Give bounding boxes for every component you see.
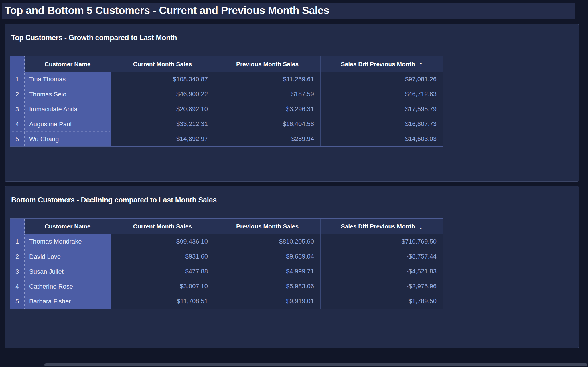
row-number-header-stub (10, 219, 25, 234)
customer-name-cell: Barbara Fisher (25, 294, 111, 309)
previous-month-sales-cell: $3,296.31 (214, 102, 321, 117)
row-number-cell: 2 (10, 87, 25, 102)
sales-diff-cell: $17,595.79 (321, 102, 443, 117)
customer-name-cell: Immaculate Anita (25, 102, 111, 117)
sales-diff-cell: -$710,769.50 (321, 234, 443, 249)
current-month-sales-cell: $477.88 (111, 264, 214, 279)
row-number-header-stub (10, 56, 25, 72)
sales-diff-cell: $1,789.50 (321, 294, 443, 309)
row-number-cell: 5 (10, 294, 25, 309)
table-row: 3 Susan Juliet $477.88 $4,999.71 -$4,521… (10, 264, 443, 279)
sort-descending-icon[interactable]: ↓ (419, 223, 423, 230)
column-header-sales-diff-previous-month[interactable]: Sales Diff Previous Month ↑ (321, 56, 443, 72)
customer-name-cell: Thomas Mondrake (25, 234, 111, 249)
row-number-cell: 5 (10, 131, 25, 146)
current-month-sales-cell: $14,892.97 (111, 131, 214, 146)
horizontal-scrollbar-thumb[interactable] (44, 363, 587, 366)
top-customers-table: Customer Name Current Month Sales Previo… (10, 56, 443, 147)
previous-month-sales-cell: $16,404.58 (214, 117, 321, 131)
customer-name-cell: Augustine Paul (25, 117, 111, 131)
column-header-label: Previous Month Sales (236, 61, 299, 68)
column-header-label: Previous Month Sales (236, 223, 299, 230)
previous-month-sales-cell: $289.94 (214, 131, 321, 146)
row-number-cell: 1 (10, 72, 25, 87)
customer-name-cell: Catherine Rose (25, 279, 111, 294)
column-header-label: Current Month Sales (133, 223, 192, 230)
table-body: 1 Tina Thomas $108,340.87 $11,259.61 $97… (10, 72, 443, 146)
column-header-label: Customer Name (44, 61, 90, 68)
column-header-previous-month-sales[interactable]: Previous Month Sales (214, 219, 321, 234)
sales-diff-cell: $46,712.63 (321, 87, 443, 102)
previous-month-sales-cell: $4,999.71 (214, 264, 321, 279)
row-number-cell: 1 (10, 234, 25, 249)
section-title-bottom-customers: Bottom Customers - Declining compared to… (11, 196, 217, 204)
column-header-customer-name[interactable]: Customer Name (25, 56, 111, 72)
column-header-sales-diff-previous-month[interactable]: Sales Diff Previous Month ↓ (321, 219, 443, 234)
table-row: 4 Augustine Paul $33,212.31 $16,404.58 $… (10, 117, 443, 131)
column-header-label: Current Month Sales (133, 61, 192, 68)
sales-diff-cell: $14,603.03 (321, 131, 443, 146)
page-title: Top and Bottom 5 Customers - Current and… (5, 5, 329, 17)
table-row: 1 Tina Thomas $108,340.87 $11,259.61 $97… (10, 72, 443, 87)
sales-diff-cell: -$4,521.83 (321, 264, 443, 279)
sales-diff-cell: -$8,757.44 (321, 249, 443, 264)
column-header-current-month-sales[interactable]: Current Month Sales (111, 56, 214, 72)
current-month-sales-cell: $11,708.51 (111, 294, 214, 309)
row-number-cell: 2 (10, 249, 25, 264)
previous-month-sales-cell: $187.59 (214, 87, 321, 102)
report-title-bar: Top and Bottom 5 Customers - Current and… (2, 3, 575, 19)
table-row: 3 Immaculate Anita $20,892.10 $3,296.31 … (10, 102, 443, 117)
previous-month-sales-cell: $810,205.60 (214, 234, 321, 249)
sales-diff-cell: $97,081.26 (321, 72, 443, 87)
sales-diff-cell: $16,807.73 (321, 117, 443, 131)
table-row: 5 Wu Chang $14,892.97 $289.94 $14,603.03 (10, 131, 443, 146)
bottom-customers-table: Customer Name Current Month Sales Previo… (10, 218, 443, 309)
table-header-row: Customer Name Current Month Sales Previo… (10, 219, 443, 234)
current-month-sales-cell: $3,007.10 (111, 279, 214, 294)
table-row: 2 Thomas Seio $46,900.22 $187.59 $46,712… (10, 87, 443, 102)
column-header-previous-month-sales[interactable]: Previous Month Sales (214, 56, 321, 72)
column-header-label: Sales Diff Previous Month (341, 223, 415, 230)
bottom-customers-card: Bottom Customers - Declining compared to… (5, 186, 579, 348)
section-title-top-customers: Top Customers - Growth compared to Last … (11, 33, 177, 42)
customer-name-cell: David Love (25, 249, 111, 264)
column-header-customer-name[interactable]: Customer Name (25, 219, 111, 234)
customer-name-cell: Wu Chang (25, 131, 111, 146)
column-header-label: Customer Name (44, 223, 90, 230)
table-row: 4 Catherine Rose $3,007.10 $5,983.06 -$2… (10, 279, 443, 294)
current-month-sales-cell: $108,340.87 (111, 72, 214, 87)
previous-month-sales-cell: $11,259.61 (214, 72, 321, 87)
column-header-current-month-sales[interactable]: Current Month Sales (111, 219, 214, 234)
sort-ascending-icon[interactable]: ↑ (419, 60, 423, 68)
row-number-cell: 3 (10, 264, 25, 279)
previous-month-sales-cell: $9,689.04 (214, 249, 321, 264)
current-month-sales-cell: $931.60 (111, 249, 214, 264)
previous-month-sales-cell: $5,983.06 (214, 279, 321, 294)
table-body: 1 Thomas Mondrake $99,436.10 $810,205.60… (10, 234, 443, 309)
table-row: 5 Barbara Fisher $11,708.51 $9,919.01 $1… (10, 294, 443, 309)
top-customers-card: Top Customers - Growth compared to Last … (5, 24, 579, 182)
column-header-label: Sales Diff Previous Month (341, 61, 415, 68)
row-number-cell: 3 (10, 102, 25, 117)
table-header-row: Customer Name Current Month Sales Previo… (10, 56, 443, 72)
table-row: 1 Thomas Mondrake $99,436.10 $810,205.60… (10, 234, 443, 249)
customer-name-cell: Tina Thomas (25, 72, 111, 87)
customer-name-cell: Thomas Seio (25, 87, 111, 102)
current-month-sales-cell: $20,892.10 (111, 102, 214, 117)
current-month-sales-cell: $46,900.22 (111, 87, 214, 102)
sales-diff-cell: -$2,975.96 (321, 279, 443, 294)
customer-name-cell: Susan Juliet (25, 264, 111, 279)
current-month-sales-cell: $33,212.31 (111, 117, 214, 131)
current-month-sales-cell: $99,436.10 (111, 234, 214, 249)
previous-month-sales-cell: $9,919.01 (214, 294, 321, 309)
table-row: 2 David Love $931.60 $9,689.04 -$8,757.4… (10, 249, 443, 264)
row-number-cell: 4 (10, 279, 25, 294)
row-number-cell: 4 (10, 117, 25, 131)
